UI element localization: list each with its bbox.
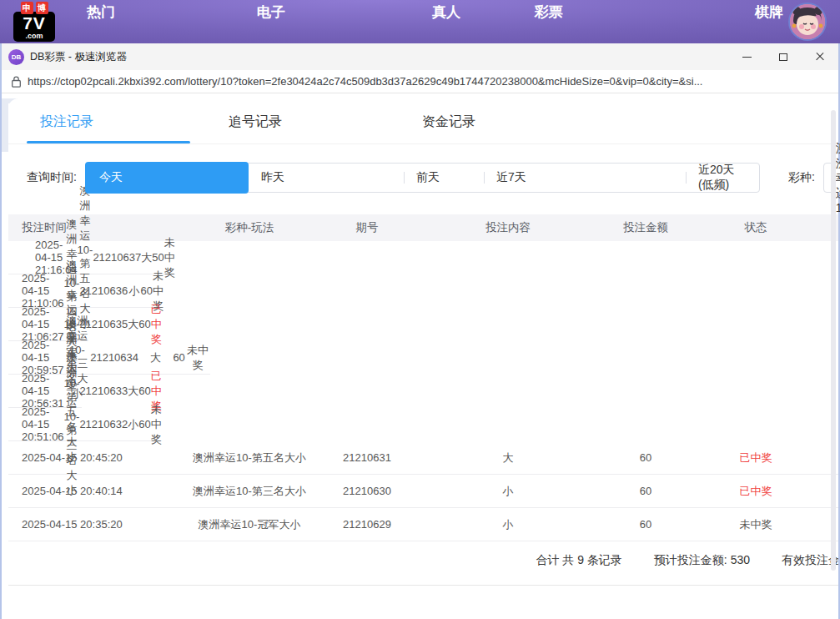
cell-status: 未中奖	[164, 235, 175, 280]
summary-expected-amount: 预计投注金额: 530	[654, 553, 750, 568]
avatar-illustration	[790, 4, 825, 39]
table-summary: 合计 共 9 条记录 预计投注金额: 530 有效投注金额	[8, 541, 838, 586]
table-row: 2025-04-15 20:45:20 澳洲幸运10-第五名大小 2121063…	[8, 441, 838, 475]
filter-bar: 查询时间: 今天 昨天 前天 近7天 近20天(低频)	[27, 163, 838, 193]
site-nav: 申 博 7V .com 热门 电子 真人 彩票 棋牌 捕鱼 体育	[0, 0, 840, 43]
maximize-button[interactable]	[765, 43, 802, 70]
cell-status: 已中奖	[682, 484, 829, 499]
logo-com-text: .com	[13, 33, 55, 40]
nav-menu-item[interactable]: 电子	[257, 3, 407, 41]
cell-issue-number: 21210633	[79, 385, 128, 397]
window-title: DB彩票 - 极速浏览器	[30, 50, 127, 64]
column-header: 投注金额	[609, 220, 682, 235]
cell-bet-time: 2025-04-15 20:35:20	[8, 518, 172, 531]
column-header: 期号	[327, 220, 407, 235]
logo-badge-shen: 申	[21, 2, 33, 14]
bet-records-table: 投注时间 彩种-玩法 期号 投注内容 投注金额 状态	[8, 214, 838, 586]
browser-window: DB DB彩票 - 极速浏览器 https://ctop02pcali.2kbx…	[0, 43, 840, 619]
nav-menu-item[interactable]: 彩票	[535, 3, 730, 41]
address-bar[interactable]: https://ctop02pcali.2kbxi392.com/lottery…	[2, 70, 838, 93]
cell-status: 未中奖	[185, 343, 210, 373]
summary-total-records: 合计 共 9 条记录	[536, 553, 621, 568]
cell-bet-content: 大	[407, 450, 609, 466]
table-row: 2025-04-15 20:59:57 澳洲幸运10-第三名大小 2121063…	[8, 341, 210, 375]
cell-bet-content: 大	[138, 350, 173, 365]
table-row: 2025-04-15 20:35:20 澳洲幸运10-冠军大小 21210629…	[8, 508, 838, 541]
site-logo[interactable]: 申 博 7V .com	[13, 2, 55, 42]
url-text: https://ctop02pcali.2kbxi392.com/lottery…	[28, 75, 702, 88]
minimize-button[interactable]	[728, 43, 765, 70]
cell-bet-amount: 60	[609, 518, 682, 531]
cell-bet-content: 小	[407, 517, 609, 532]
cell-bet-content: 小	[128, 417, 138, 432]
cell-bet-amount: 60	[138, 318, 150, 330]
cell-bet-amount: 60	[141, 284, 153, 297]
cell-lottery-play: 澳洲幸运10-第三名大小	[172, 484, 327, 499]
db-favicon-icon: DB	[8, 49, 24, 65]
table-header-row: 投注时间 彩种-玩法 期号 投注内容 投注金额 状态	[8, 214, 838, 241]
logo-badges: 申 博	[21, 2, 48, 14]
vertical-scrollbar[interactable]	[831, 110, 836, 571]
cell-issue-number: 21210636	[79, 284, 128, 297]
close-icon	[815, 52, 825, 62]
cell-bet-amount: 60	[609, 485, 682, 497]
nav-menu-item[interactable]: 真人	[432, 3, 510, 41]
cell-bet-content: 大	[128, 384, 138, 399]
time-range-option[interactable]: 今天	[85, 162, 249, 194]
logo-7v-text: 7V	[13, 14, 55, 32]
table-row: 2025-04-15 20:40:14 澳洲幸运10-第三名大小 2121063…	[8, 475, 838, 508]
column-header: 彩种-玩法	[172, 220, 327, 235]
cell-status: 已中奖	[151, 302, 162, 347]
cell-bet-amount: 60	[138, 385, 150, 397]
screen: 申 博 7V .com 热门 电子 真人 彩票 棋牌 捕鱼 体育	[0, 0, 840, 619]
cell-issue-number: 21210632	[79, 418, 128, 430]
cell-bet-time: 2025-04-15 20:51:06	[8, 405, 64, 443]
record-tab[interactable]: 资金记录	[422, 113, 502, 143]
time-range-option[interactable]: 昨天	[249, 163, 404, 193]
record-tabs: 投注记录 追号记录 资金记录	[8, 98, 838, 144]
logo-badge-bo: 博	[36, 2, 48, 14]
record-tab[interactable]: 投注记录	[27, 113, 190, 143]
cell-bet-time: 2025-04-15 20:59:57	[8, 339, 64, 376]
cell-lottery-play: 澳洲幸运10-第五名大小	[78, 184, 93, 331]
cell-bet-content: 大	[128, 317, 138, 332]
cell-bet-time: 2025-04-15 21:10:06	[8, 272, 64, 310]
record-tab[interactable]: 追号记录	[229, 113, 384, 143]
cell-bet-content: 小	[128, 284, 140, 299]
cell-bet-amount: 50	[152, 251, 163, 264]
time-range-option[interactable]: 近20天(低频)	[686, 163, 759, 193]
cell-lottery-play: 澳洲幸运10-第五名大小	[172, 450, 327, 466]
cell-issue-number: 21210631	[327, 451, 407, 464]
browser-titlebar: DB DB彩票 - 极速浏览器	[2, 43, 838, 70]
cell-issue-number: 21210634	[90, 351, 138, 364]
cell-lottery-play: 澳洲幸运10-第三名大小	[64, 350, 80, 498]
time-range-group: 今天 昨天 前天 近7天 近20天(低频)	[85, 163, 760, 193]
column-header: 状态	[682, 220, 829, 235]
lottery-select-value: 澳洲幸运10	[836, 141, 840, 214]
nav-menu-item[interactable]: 热门	[73, 3, 232, 41]
user-avatar[interactable]	[788, 3, 827, 41]
cell-bet-time: 2025-04-15 20:40:14	[8, 485, 172, 497]
cell-bet-time: 2025-04-15 20:45:20	[8, 451, 172, 464]
logo-mark: 7V .com	[13, 12, 55, 42]
time-range-option[interactable]: 近7天	[484, 163, 686, 193]
cell-bet-time: 2025-04-15 21:06:27	[8, 305, 64, 343]
nav-menu: 热门 电子 真人 彩票 棋牌 捕鱼 体育 优惠	[73, 3, 840, 41]
minimize-icon	[742, 57, 752, 58]
column-header: 投注内容	[407, 220, 609, 235]
close-button[interactable]	[802, 43, 838, 70]
cell-lottery-play: 澳洲幸运10-冠军大小	[172, 517, 327, 532]
cell-issue-number: 21210637	[93, 251, 141, 264]
lock-icon	[12, 76, 21, 88]
cell-status: 未中奖	[682, 517, 829, 532]
table-row: 2025-04-15 21:16:04 澳洲幸运10-第五名大小 2121063…	[8, 241, 172, 274]
time-range-option[interactable]: 前天	[404, 163, 484, 193]
cell-status: 已中奖	[682, 450, 829, 466]
maximize-icon	[779, 53, 787, 61]
summary-valid-amount: 有效投注金额	[782, 553, 838, 568]
cell-bet-content: 小	[407, 484, 609, 499]
cell-issue-number: 21210629	[327, 518, 407, 531]
table-body: 2025-04-15 21:16:04 澳洲幸运10-第五名大小 2121063…	[8, 241, 838, 541]
time-filter-label: 查询时间:	[27, 170, 77, 185]
cell-bet-time: 2025-04-15 20:56:31	[8, 372, 64, 410]
